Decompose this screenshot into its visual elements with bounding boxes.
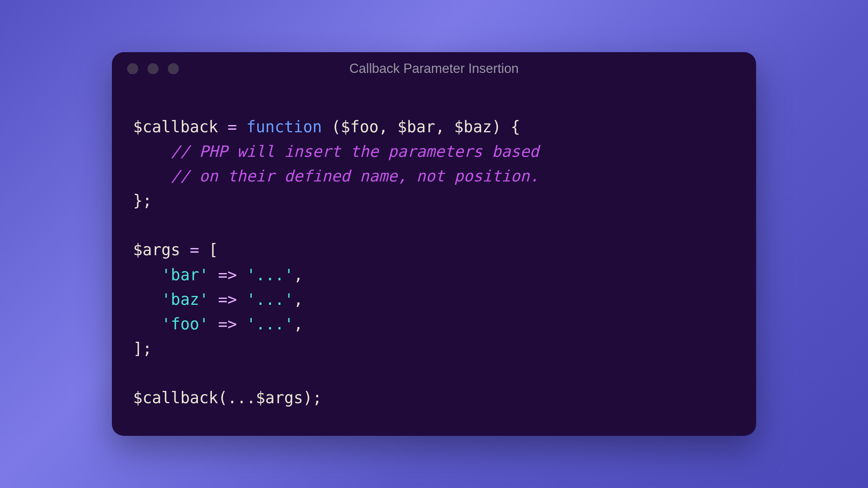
code-token: ... (228, 389, 256, 407)
code-token: $callback (133, 389, 218, 407)
code-token: = (218, 118, 246, 136)
window-title: Callback Parameter Insertion (349, 61, 519, 76)
code-token: '...' (246, 290, 293, 309)
code-token: 'bar' (161, 266, 209, 284)
code-token: , (294, 266, 303, 284)
code-token: , (435, 118, 454, 136)
code-token: // PHP will insert the parameters based (171, 142, 539, 161)
code-token: ) (492, 118, 501, 136)
code-token: $foo (341, 118, 378, 136)
code-token: [ (209, 241, 218, 259)
code-token: 'baz' (161, 290, 209, 309)
traffic-lights (127, 63, 179, 74)
code-token: ( (218, 389, 227, 407)
code-token: '...' (246, 266, 293, 284)
code-token: $baz (454, 118, 492, 136)
code-token: { (501, 118, 520, 136)
maximize-icon[interactable] (168, 63, 179, 74)
code-token: => (209, 290, 246, 309)
code-token (133, 142, 171, 161)
code-token (133, 290, 161, 309)
code-token: $callback (133, 118, 218, 136)
code-token: function (246, 118, 322, 136)
code-token: $bar (398, 118, 435, 136)
code-token: => (209, 266, 246, 284)
code-window: Callback Parameter Insertion $callback =… (112, 52, 756, 436)
code-token (133, 315, 161, 333)
code-token: , (378, 118, 398, 136)
code-content: $callback = function ($foo, $bar, $baz) … (133, 115, 735, 410)
code-token: }; (133, 192, 152, 210)
code-token (133, 266, 161, 284)
code-token: '...' (246, 315, 293, 333)
code-token: $args (256, 389, 303, 407)
code-token (133, 167, 171, 185)
code-token: // on their defined name, not position. (171, 167, 539, 185)
code-token: ( (331, 118, 341, 136)
code-token (322, 118, 331, 136)
code-area: $callback = function ($foo, $bar, $baz) … (112, 85, 756, 436)
code-token: ); (303, 389, 322, 407)
code-token: , (294, 290, 303, 309)
code-token: , (294, 315, 303, 333)
titlebar: Callback Parameter Insertion (112, 52, 756, 85)
minimize-icon[interactable] (147, 63, 159, 74)
code-token: 'foo' (161, 315, 209, 333)
close-icon[interactable] (127, 63, 138, 74)
code-token: $args (133, 241, 180, 259)
code-token: ]; (133, 340, 152, 358)
code-token: = (180, 241, 209, 259)
code-token: => (209, 315, 246, 333)
